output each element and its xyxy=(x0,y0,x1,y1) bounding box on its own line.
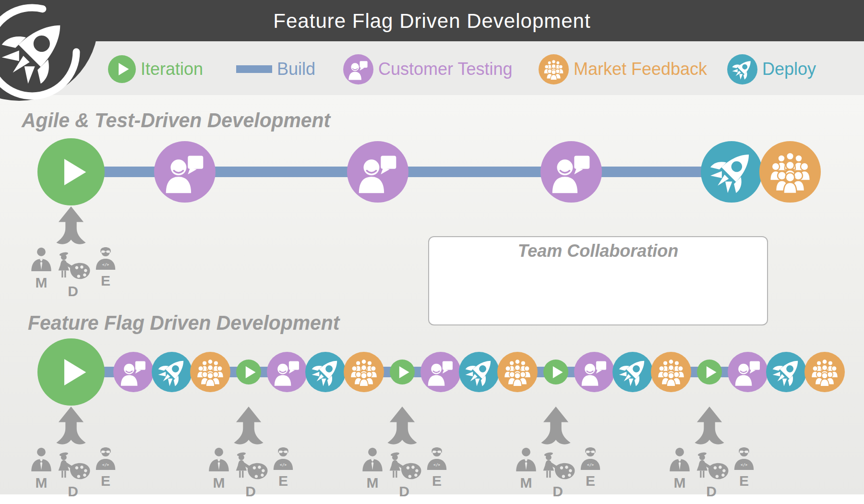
design-person-icon xyxy=(385,452,423,483)
legend-item-iteration: Iteration xyxy=(108,54,203,84)
node-market-feedback xyxy=(344,352,384,392)
node-market-feedback xyxy=(497,352,538,392)
team-input-marketing: M xyxy=(359,445,386,490)
team-input-marketing: M xyxy=(28,245,55,290)
node-iteration xyxy=(697,360,722,384)
node-customer-testing xyxy=(574,352,614,392)
team-merge-arrow-icon xyxy=(48,407,94,452)
legend-item-market-feedback: Market Feedback xyxy=(539,54,707,84)
rocket-icon xyxy=(727,54,757,84)
node-deploy xyxy=(152,352,192,392)
node-customer-testing xyxy=(347,141,408,203)
design-person-icon xyxy=(54,452,92,483)
node-customer-testing xyxy=(540,141,602,203)
legend-item-build: Build xyxy=(236,54,315,84)
crowd-icon xyxy=(809,356,840,388)
node-deploy xyxy=(612,352,653,392)
team-role-letter: M xyxy=(520,476,532,490)
legend-label: Iteration xyxy=(141,59,203,79)
play-icon xyxy=(547,363,565,381)
team-input-design: D xyxy=(54,452,92,499)
node-customer-testing xyxy=(154,141,216,203)
customer-icon xyxy=(425,357,456,387)
team-input-design: D xyxy=(231,452,270,499)
legend-label: Market Feedback xyxy=(574,59,707,79)
play-icon xyxy=(108,55,136,83)
rocket-logo-icon xyxy=(0,0,98,101)
team-input-engineering: E xyxy=(92,244,119,288)
crowd-icon xyxy=(655,356,687,388)
node-deploy xyxy=(766,352,806,392)
customer-icon xyxy=(343,54,373,84)
crowd-icon xyxy=(348,356,380,388)
team-input-marketing: M xyxy=(666,445,693,490)
node-customer-testing xyxy=(420,352,461,392)
team-role-letter: D xyxy=(552,484,563,499)
team-merge-arrow-icon xyxy=(379,407,425,452)
node-market-feedback xyxy=(190,352,230,392)
rocket-icon xyxy=(156,356,188,388)
team-role-letter: M xyxy=(36,476,48,490)
customer-icon xyxy=(732,357,763,387)
team-collaboration-box: Team Collaboration xyxy=(428,236,768,325)
engineering-person-icon xyxy=(731,444,757,473)
node-deploy xyxy=(305,352,346,392)
page-title: Feature Flag Driven Development xyxy=(0,0,864,41)
marketing-person-icon xyxy=(28,245,55,275)
team-role-letter: D xyxy=(68,484,78,499)
play-icon xyxy=(394,363,411,381)
node-iteration xyxy=(37,138,105,205)
legend-label: Customer Testing xyxy=(378,59,512,79)
team-role-letter: E xyxy=(278,474,288,488)
team-input-engineering: E xyxy=(731,444,757,488)
team-role-letter: E xyxy=(586,474,595,488)
node-deploy xyxy=(701,141,762,203)
play-icon xyxy=(240,363,258,381)
legend-label: Deploy xyxy=(762,59,816,79)
team-merge-arrow-icon xyxy=(533,407,579,452)
crowd-icon xyxy=(194,356,226,388)
design-person-icon xyxy=(539,452,577,483)
team-role-letter: E xyxy=(101,274,110,288)
team-role-letter: D xyxy=(245,484,256,499)
footer-strip xyxy=(0,494,864,504)
team-collaboration-title: Team Collaboration xyxy=(429,241,767,261)
team-input-marketing: M xyxy=(28,445,55,490)
team-role-letter: E xyxy=(101,474,110,488)
node-iteration xyxy=(390,360,415,384)
team-role-letter: M xyxy=(674,476,686,490)
node-customer-testing xyxy=(113,352,154,392)
customer-icon xyxy=(162,149,208,195)
engineering-person-icon xyxy=(270,444,297,473)
rocket-icon xyxy=(617,356,649,388)
node-iteration xyxy=(37,338,105,406)
team-input-engineering: E xyxy=(423,444,450,488)
team-role-letter: D xyxy=(68,284,78,299)
timeline1-heading: Agile & Test-Driven Development xyxy=(22,108,330,132)
crowd-icon xyxy=(502,356,533,388)
legend-label: Build xyxy=(277,59,315,79)
team-input-design: D xyxy=(54,252,92,299)
engineering-person-icon xyxy=(92,244,119,273)
legend-item-deploy: Deploy xyxy=(727,54,816,84)
design-person-icon xyxy=(231,452,270,483)
node-market-feedback xyxy=(804,352,845,392)
team-input-engineering: E xyxy=(577,444,604,488)
team-role-letter: M xyxy=(367,476,379,490)
design-person-icon xyxy=(54,252,92,283)
timeline2-heading: Feature Flag Driven Development xyxy=(28,311,339,335)
play-icon xyxy=(52,153,91,192)
marketing-person-icon xyxy=(28,445,55,475)
node-customer-testing xyxy=(728,352,768,392)
engineering-person-icon xyxy=(423,444,450,473)
marketing-person-icon xyxy=(205,445,232,475)
customer-icon xyxy=(272,357,302,387)
customer-icon xyxy=(118,357,149,387)
marketing-person-icon xyxy=(513,445,540,475)
play-icon xyxy=(701,363,719,381)
team-merge-arrow-icon xyxy=(48,206,94,252)
customer-icon xyxy=(355,149,401,195)
infographic-canvas: Feature Flag Driven Development Iteratio… xyxy=(0,0,864,504)
team-role-letter: E xyxy=(739,474,749,488)
engineering-person-icon xyxy=(577,444,604,473)
